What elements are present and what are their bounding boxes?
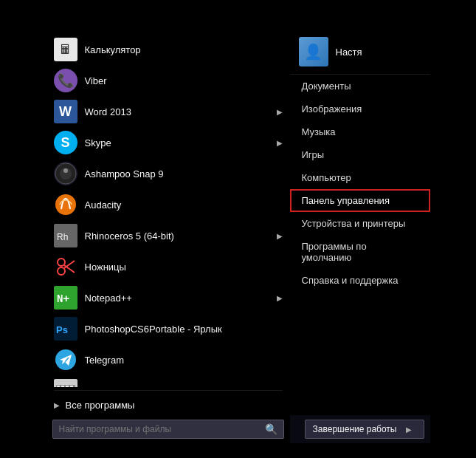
right-panel: Документы Изображения Музыка Игры Компью… (290, 75, 430, 415)
icon-word: W (54, 100, 77, 123)
search-input[interactable] (59, 424, 265, 434)
right-item-default-programs[interactable]: Программы по умолчанию (290, 235, 430, 269)
icon-telegram (54, 348, 77, 372)
app-item-keytweak[interactable]: KeyTweak (46, 375, 290, 387)
icon-ashampoo (54, 162, 77, 185)
app-label-telegram: Telegram (85, 355, 283, 366)
app-label-viber: Viber (85, 75, 283, 86)
svg-text:N+: N+ (57, 293, 69, 304)
skype-arrow: ▶ (277, 139, 283, 147)
app-label-notepad: Notepad++ (85, 293, 277, 304)
apps-list: 🖩 Калькулятор 📞 Viber W Word 2013 ▶ S Sk… (46, 30, 290, 387)
shutdown-area: Завершение работы ▶ (290, 415, 430, 443)
app-label-skype: Skype (85, 137, 277, 148)
right-item-control-panel-label: Панель управления (302, 195, 390, 206)
right-item-help-support[interactable]: Справка и поддержка (290, 269, 430, 292)
app-item-calculator[interactable]: 🖩 Калькулятор (46, 34, 290, 65)
app-item-viber[interactable]: 📞 Viber (46, 65, 290, 96)
app-item-skype[interactable]: S Skype ▶ (46, 127, 290, 158)
app-label-calculator: Калькулятор (85, 44, 283, 55)
user-name: Настя (336, 47, 362, 58)
svg-point-3 (55, 194, 76, 215)
shutdown-arrow-icon: ▶ (406, 425, 412, 434)
user-section: 👤 Настя (290, 30, 430, 75)
right-item-music[interactable]: Музыка (290, 120, 430, 143)
start-menu: 🖩 Калькулятор 📞 Viber W Word 2013 ▶ S Sk… (46, 30, 430, 443)
right-item-computer[interactable]: Компьютер (290, 166, 430, 189)
rhinoceros-arrow: ▶ (277, 232, 283, 240)
svg-text:Ps: Ps (56, 324, 68, 335)
app-label-rhinoceros: Rhinoceros 5 (64-bit) (85, 230, 277, 242)
all-programs-button[interactable]: ▶ Все программы (46, 394, 290, 417)
icon-photoshop: Ps (54, 317, 77, 341)
right-item-music-label: Музыка (302, 126, 336, 137)
app-item-rhinoceros[interactable]: Rh Rhinoceros 5 (64-bit) ▶ (46, 220, 290, 251)
all-programs-label: Все программы (66, 400, 135, 411)
right-item-control-panel[interactable]: Панель управления (290, 189, 430, 212)
right-item-default-programs-label: Программы по умолчанию (302, 241, 367, 263)
svg-point-2 (63, 168, 68, 173)
right-item-documents-label: Документы (302, 81, 351, 92)
svg-rect-19 (61, 386, 64, 387)
svg-point-7 (58, 259, 65, 266)
svg-text:Rh: Rh (57, 232, 68, 242)
right-item-games-label: Игры (302, 149, 325, 160)
shutdown-button[interactable]: Завершение работы ▶ (305, 420, 424, 439)
right-item-computer-label: Компьютер (302, 172, 351, 183)
app-item-notepad[interactable]: N+ Notepad++ ▶ (46, 282, 290, 313)
icon-viber: 📞 (54, 69, 77, 92)
svg-rect-18 (57, 386, 60, 387)
app-label-scissors: Ножницы (85, 262, 283, 273)
all-programs-arrow-icon: ▶ (54, 401, 60, 409)
right-item-images[interactable]: Изображения (290, 98, 430, 120)
icon-rhinoceros: Rh (54, 224, 77, 247)
icon-audacity (54, 193, 77, 216)
right-item-documents[interactable]: Документы (290, 75, 430, 98)
icon-notepad: N+ (54, 286, 77, 310)
app-item-telegram[interactable]: Telegram (46, 344, 290, 375)
svg-line-9 (64, 265, 75, 273)
shutdown-label: Завершение работы (313, 424, 397, 434)
right-item-images-label: Изображения (302, 103, 362, 115)
app-label-keytweak: KeyTweak (85, 386, 283, 388)
svg-rect-20 (66, 386, 69, 387)
app-label-audacity: Audacity (85, 199, 283, 211)
svg-point-6 (58, 267, 65, 275)
svg-rect-21 (70, 386, 73, 387)
right-item-devices-printers[interactable]: Устройства и принтеры (290, 212, 430, 235)
icon-skype: S (54, 131, 77, 154)
search-bar: 🔍 (52, 420, 284, 439)
app-item-audacity[interactable]: Audacity (46, 189, 290, 220)
app-item-photoshop[interactable]: Ps PhotoshopCS6Portable - Ярлык (46, 313, 290, 344)
right-item-games[interactable]: Игры (290, 143, 430, 166)
app-label-word2013: Word 2013 (85, 106, 277, 117)
app-item-ashampoo[interactable]: Ashampoo Snap 9 (46, 158, 290, 189)
icon-scissors (54, 255, 77, 278)
search-icon[interactable]: 🔍 (265, 423, 277, 435)
icon-keytweak (54, 379, 77, 387)
user-avatar: 👤 (299, 37, 328, 66)
app-label-photoshop: PhotoshopCS6Portable - Ярлык (85, 324, 283, 335)
divider-apps-allprograms (54, 390, 283, 391)
app-item-word2013[interactable]: W Word 2013 ▶ (46, 96, 290, 127)
right-item-devices-printers-label: Устройства и принтеры (302, 218, 406, 229)
app-item-scissors[interactable]: Ножницы (46, 251, 290, 282)
right-item-help-support-label: Справка и поддержка (302, 275, 399, 286)
icon-calculator: 🖩 (54, 38, 77, 61)
app-label-ashampoo: Ashampoo Snap 9 (85, 168, 283, 180)
word-arrow: ▶ (277, 108, 283, 116)
notepad-arrow: ▶ (277, 294, 283, 302)
